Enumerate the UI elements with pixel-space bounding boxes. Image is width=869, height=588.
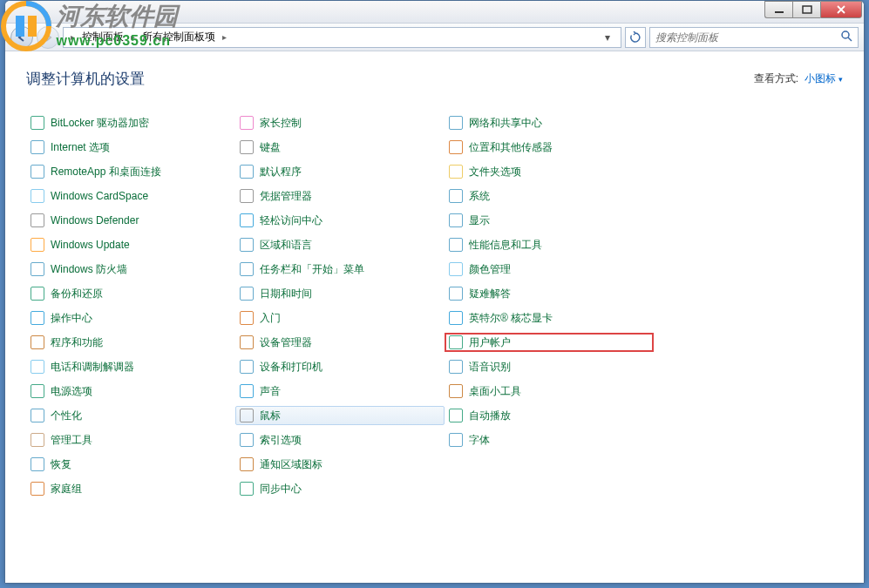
- cp-item-keyboard[interactable]: 键盘: [235, 138, 445, 157]
- remoteapp-icon: [30, 164, 45, 179]
- cp-item-performance[interactable]: 性能信息和工具: [445, 235, 654, 254]
- admin-tools-icon: [30, 432, 45, 448]
- cp-item-label: 电源选项: [51, 384, 92, 399]
- cp-item-label: 声音: [260, 384, 281, 399]
- cp-item-label: 位置和其他传感器: [469, 140, 553, 155]
- ease-access-icon: [239, 213, 255, 228]
- cp-item-power[interactable]: 电源选项: [26, 382, 235, 401]
- datetime-icon: [239, 286, 255, 301]
- update-icon: [30, 237, 45, 253]
- cp-item-network[interactable]: 网络和共享中心: [445, 113, 654, 132]
- control-panel-items-grid: BitLocker 驱动器加密家长控制网络和共享中心Internet 选项键盘位…: [26, 113, 843, 498]
- search-icon[interactable]: [841, 30, 852, 44]
- forward-button[interactable]: [37, 26, 59, 49]
- cp-item-datetime[interactable]: 日期和时间: [235, 284, 445, 303]
- cp-item-default-programs[interactable]: 默认程序: [235, 162, 445, 181]
- maximize-button[interactable]: [792, 1, 820, 18]
- devices-printers-icon: [239, 359, 255, 375]
- minimize-button[interactable]: [764, 1, 792, 18]
- cp-item-update[interactable]: Windows Update: [26, 235, 235, 254]
- cp-item-user-accounts[interactable]: 用户帐户: [445, 333, 654, 352]
- cp-item-getting-started[interactable]: 入门: [235, 308, 445, 328]
- cp-item-homegroup[interactable]: 家庭组: [26, 479, 235, 498]
- back-button[interactable]: [10, 26, 33, 49]
- cp-item-cardspace[interactable]: Windows CardSpace: [26, 186, 235, 206]
- cp-item-taskbar[interactable]: 任务栏和「开始」菜单: [235, 260, 445, 279]
- cp-item-intel-gpu[interactable]: 英特尔® 核芯显卡: [445, 308, 654, 328]
- color-mgmt-icon: [448, 261, 464, 277]
- cp-item-autoplay[interactable]: 自动播放: [445, 406, 654, 425]
- cp-item-remoteapp[interactable]: RemoteApp 和桌面连接: [26, 162, 235, 181]
- breadcrumb[interactable]: ▸ 控制面板 ▸ 所有控制面板项 ▸ ▾: [63, 27, 621, 48]
- window-titlebar[interactable]: [5, 1, 864, 24]
- taskbar-icon: [239, 261, 255, 277]
- cp-item-folder-options[interactable]: 文件夹选项: [445, 162, 654, 181]
- cp-item-label: 操作中心: [51, 311, 92, 326]
- internet-icon: [30, 139, 45, 155]
- fonts-icon: [448, 432, 464, 448]
- cp-item-label: 家庭组: [51, 482, 82, 497]
- cp-item-backup[interactable]: 备份和还原: [26, 284, 235, 303]
- cp-item-troubleshoot[interactable]: 疑难解答: [445, 284, 654, 303]
- cp-item-display[interactable]: 显示: [445, 211, 654, 230]
- search-box[interactable]: [649, 27, 859, 48]
- cp-item-recovery[interactable]: 恢复: [26, 455, 235, 474]
- cp-item-notification[interactable]: 通知区域图标: [235, 455, 445, 474]
- breadcrumb-item[interactable]: 控制面板: [78, 30, 127, 44]
- cp-item-label: 设备管理器: [260, 335, 312, 350]
- cp-item-device-manager[interactable]: 设备管理器: [235, 333, 445, 352]
- cp-item-indexing[interactable]: 索引选项: [235, 430, 445, 449]
- cp-item-gadgets[interactable]: 桌面小工具: [445, 382, 654, 401]
- speech-icon: [448, 359, 464, 375]
- cp-item-personalize[interactable]: 个性化: [26, 406, 235, 425]
- svg-rect-3: [775, 11, 784, 13]
- cp-item-label: 电话和调制解调器: [51, 360, 134, 375]
- default-programs-icon: [239, 164, 255, 179]
- control-panel-window: ▸ 控制面板 ▸ 所有控制面板项 ▸ ▾ 调整计算机的设置 查看方式: 小图标 …: [4, 0, 865, 584]
- navigation-bar: ▸ 控制面板 ▸ 所有控制面板项 ▸ ▾: [5, 24, 864, 51]
- refresh-button[interactable]: [625, 27, 646, 48]
- region-icon: [239, 237, 255, 253]
- search-input[interactable]: [655, 31, 841, 44]
- cp-item-devices-printers[interactable]: 设备和打印机: [235, 357, 445, 376]
- location-icon: [448, 139, 464, 155]
- cp-item-label: 默认程序: [260, 165, 302, 179]
- network-icon: [448, 115, 464, 131]
- cp-item-label: 个性化: [51, 409, 82, 423]
- close-button[interactable]: [820, 1, 862, 18]
- cp-item-defender[interactable]: Windows Defender: [26, 211, 235, 230]
- view-by-dropdown[interactable]: 小图标: [805, 72, 843, 84]
- cp-item-region[interactable]: 区域和语言: [235, 235, 445, 254]
- cp-item-mouse[interactable]: 鼠标: [235, 406, 445, 425]
- cp-item-ease-access[interactable]: 轻松访问中心: [235, 211, 445, 230]
- cp-item-label: 恢复: [51, 457, 71, 472]
- cp-item-programs[interactable]: 程序和功能: [26, 333, 235, 352]
- bitlocker-icon: [30, 115, 45, 131]
- cp-item-label: 日期和时间: [260, 287, 312, 301]
- svg-rect-4: [803, 6, 811, 13]
- cp-item-label: 凭据管理器: [260, 189, 312, 204]
- cp-item-speech[interactable]: 语音识别: [445, 357, 654, 376]
- cp-item-phone[interactable]: 电话和调制解调器: [26, 357, 235, 376]
- cp-item-sync[interactable]: 同步中心: [235, 479, 445, 498]
- cp-item-location[interactable]: 位置和其他传感器: [445, 138, 654, 157]
- cp-item-sound[interactable]: 声音: [235, 382, 445, 401]
- breadcrumb-item[interactable]: 所有控制面板项: [139, 30, 219, 44]
- user-accounts-icon: [448, 335, 464, 350]
- cp-item-bitlocker[interactable]: BitLocker 驱动器加密: [26, 113, 235, 132]
- cp-item-system[interactable]: 系统: [445, 186, 654, 206]
- cp-item-label: 轻松访问中心: [260, 213, 322, 228]
- intel-gpu-icon: [448, 310, 464, 326]
- cp-item-admin-tools[interactable]: 管理工具: [26, 430, 235, 449]
- backup-icon: [30, 286, 45, 301]
- cp-item-credentials[interactable]: 凭据管理器: [235, 186, 445, 206]
- cp-item-parental[interactable]: 家长控制: [235, 113, 445, 132]
- gadgets-icon: [448, 383, 464, 399]
- cp-item-internet[interactable]: Internet 选项: [26, 138, 235, 157]
- breadcrumb-dropdown-icon[interactable]: ▾: [600, 31, 615, 44]
- cp-item-color-mgmt[interactable]: 颜色管理: [445, 260, 654, 279]
- cp-item-firewall[interactable]: Windows 防火墙: [26, 260, 235, 279]
- cp-item-label: 字体: [469, 433, 490, 448]
- cp-item-action-center[interactable]: 操作中心: [26, 308, 235, 328]
- cp-item-fonts[interactable]: 字体: [445, 430, 654, 449]
